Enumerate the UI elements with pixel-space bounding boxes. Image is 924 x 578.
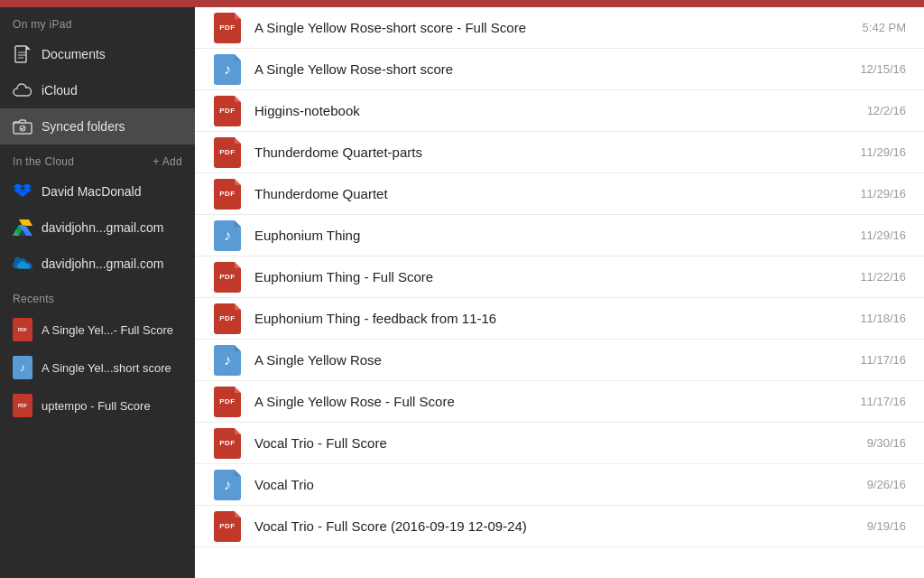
file-row[interactable]: Euphonium Thing - feedback from 11-1611/… <box>195 298 924 340</box>
file-date: 9/19/16 <box>867 519 906 533</box>
file-date: 11/29/16 <box>860 187 906 200</box>
file-date: 11/29/16 <box>860 145 906 159</box>
file-row[interactable]: Thunderdome Quartet-parts11/29/16 <box>195 132 924 173</box>
file-date: 9/30/16 <box>867 436 906 450</box>
svg-rect-0 <box>15 46 26 62</box>
sidebar-top-accent <box>0 0 195 7</box>
music-file-icon <box>214 470 241 500</box>
pdf-icon <box>13 394 32 417</box>
pdf-file-icon <box>214 179 241 210</box>
pdf-file-icon <box>214 96 241 126</box>
file-name: Euphonium Thing - Full Score <box>254 269 847 284</box>
sidebar-item-synced-folders[interactable]: Synced folders <box>0 108 195 144</box>
in-the-cloud-header: In the Cloud + Add <box>0 144 195 173</box>
pdf-file-icon <box>214 511 241 542</box>
recents-label: Recents <box>13 293 54 305</box>
file-row[interactable]: Vocal Trio - Full Score (2016-09-19 12-0… <box>195 506 924 547</box>
file-row[interactable]: Higgins-notebook12/2/16 <box>195 90 924 132</box>
file-name: Thunderdome Quartet-parts <box>254 144 847 160</box>
recents-item-r1[interactable]: A Single Yel...- Full Score <box>0 311 195 349</box>
file-date: 11/17/16 <box>860 395 906 408</box>
pdf-file-icon <box>214 387 241 417</box>
recents-list: A Single Yel...- Full ScoreA Single Yel.… <box>0 311 195 424</box>
file-row[interactable]: Vocal Trio9/26/16 <box>195 464 924 506</box>
dropbox-icon <box>13 182 32 201</box>
sidebar-icloud-label: iCloud <box>42 83 78 98</box>
file-name: Vocal Trio - Full Score (2016-09-19 12-0… <box>254 518 855 534</box>
file-name: A Single Yellow Rose - Full Score <box>254 394 847 409</box>
file-name: A Single Yellow Rose <box>254 352 847 368</box>
file-name: A Single Yellow Rose-short score <box>254 61 847 77</box>
file-date: 11/18/16 <box>860 312 906 325</box>
synced-folders-icon <box>13 117 32 136</box>
pdf-file-icon <box>214 137 241 168</box>
music-file-icon <box>214 220 241 251</box>
file-date: 11/17/16 <box>860 353 906 367</box>
onedrive-icon <box>13 254 32 274</box>
file-name: Vocal Trio - Full Score <box>254 435 855 451</box>
file-row[interactable]: Euphonium Thing11/29/16 <box>195 215 924 256</box>
main-content: A Single Yellow Rose-short score - Full … <box>195 0 924 578</box>
sidebar-dropbox-label: David MacDonald <box>42 184 142 199</box>
recents-item-label: A Single Yel...short score <box>42 361 171 375</box>
pdf-icon <box>13 318 32 341</box>
add-cloud-button[interactable]: + Add <box>152 155 182 168</box>
file-list: A Single Yellow Rose-short score - Full … <box>195 7 924 578</box>
sidebar-item-gdrive[interactable]: davidjohn...gmail.com <box>0 210 195 246</box>
file-name: Euphonium Thing - feedback from 11-16 <box>254 311 847 326</box>
file-row[interactable]: Euphonium Thing - Full Score11/22/16 <box>195 256 924 298</box>
pdf-file-icon <box>214 13 241 43</box>
music-icon <box>13 356 32 379</box>
file-name: Euphonium Thing <box>254 228 847 243</box>
pdf-file-icon <box>214 428 241 459</box>
sidebar-item-icloud[interactable]: iCloud <box>0 72 195 108</box>
file-date: 11/22/16 <box>860 270 906 284</box>
on-my-ipad-header: On my iPad <box>0 7 195 36</box>
recents-item-r3[interactable]: uptempo - Full Score <box>0 387 195 424</box>
file-row[interactable]: A Single Yellow Rose - Full Score11/17/1… <box>195 381 924 423</box>
on-my-ipad-label: On my iPad <box>13 18 72 31</box>
gdrive-icon <box>13 218 32 238</box>
sidebar: On my iPad Documents iCloud <box>0 0 195 578</box>
sidebar-synced-folders-label: Synced folders <box>42 119 125 134</box>
sidebar-gdrive-label: davidjohn...gmail.com <box>42 220 163 235</box>
file-row[interactable]: A Single Yellow Rose-short score12/15/16 <box>195 49 924 90</box>
file-date: 12/15/16 <box>860 62 906 76</box>
file-name: Vocal Trio <box>254 477 855 492</box>
svg-marker-12 <box>19 219 32 226</box>
recents-header: Recents <box>0 282 195 311</box>
file-name: Higgins-notebook <box>254 103 855 118</box>
recents-item-label: A Single Yel...- Full Score <box>42 323 173 337</box>
file-name: Thunderdome Quartet <box>254 186 847 201</box>
pdf-file-icon <box>214 303 241 334</box>
sidebar-item-onedrive[interactable]: davidjohn...gmail.com <box>0 246 195 282</box>
file-row[interactable]: Vocal Trio - Full Score9/30/16 <box>195 423 924 464</box>
file-date: 9/26/16 <box>867 478 906 491</box>
file-date: 12/2/16 <box>867 104 906 117</box>
sidebar-onedrive-label: davidjohn...gmail.com <box>42 256 163 271</box>
music-file-icon <box>214 345 241 376</box>
file-row[interactable]: A Single Yellow Rose-short score - Full … <box>195 7 924 49</box>
sidebar-item-documents[interactable]: Documents <box>0 36 195 72</box>
file-name: A Single Yellow Rose-short score - Full … <box>254 20 850 35</box>
sidebar-documents-label: Documents <box>42 47 106 61</box>
sidebar-item-dropbox[interactable]: David MacDonald <box>0 173 195 210</box>
file-date: 5:42 PM <box>863 21 906 34</box>
document-icon <box>13 44 32 64</box>
pdf-file-icon <box>214 262 241 293</box>
cloud-icon <box>13 80 32 100</box>
music-file-icon <box>214 54 241 85</box>
file-row[interactable]: Thunderdome Quartet11/29/16 <box>195 173 924 215</box>
in-the-cloud-label: In the Cloud <box>13 155 74 168</box>
file-date: 11/29/16 <box>860 228 906 242</box>
main-header-bar <box>195 0 924 7</box>
recents-item-r2[interactable]: A Single Yel...short score <box>0 349 195 387</box>
recents-item-label: uptempo - Full Score <box>42 399 151 413</box>
file-row[interactable]: A Single Yellow Rose11/17/16 <box>195 340 924 381</box>
